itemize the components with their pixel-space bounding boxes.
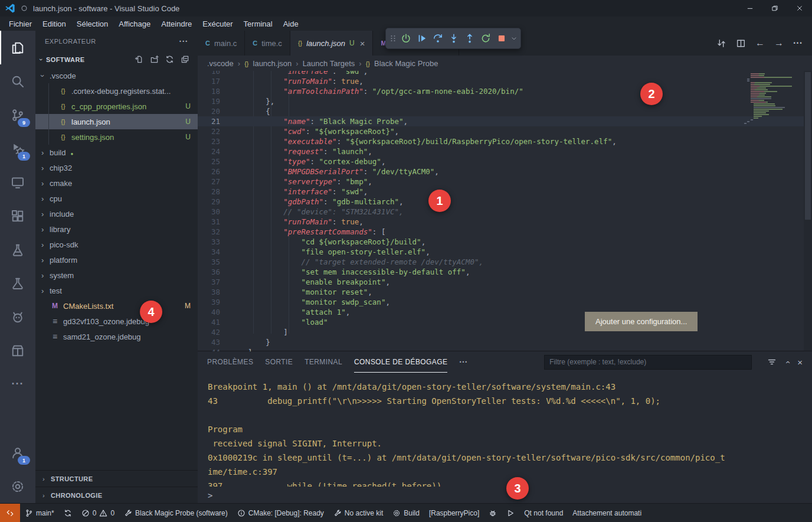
add-configuration-button[interactable]: Ajouter une configuration... [585,312,698,331]
close-button[interactable] [787,0,812,17]
tree-item-gd32vf103-ozone-jdebug[interactable]: gd32vf103_ozone.jdebug [35,314,198,329]
go-back-icon[interactable] [755,38,765,48]
minimize-button[interactable] [738,0,762,17]
activity-explorer[interactable] [0,31,35,64]
stop-button[interactable] [494,31,509,46]
tree-item-chip32[interactable]: chip32 [35,160,198,175]
code-line-21[interactable]: 21 "name": "Black Magic Probe", [198,116,804,126]
code-line-44[interactable]: 44 ] [198,347,804,351]
cmake-status-item[interactable]: CMake: [Debug]: Ready [233,504,329,522]
debug-button-item[interactable] [484,504,502,522]
activity-package[interactable] [0,334,35,367]
tab-main-c[interactable]: main.c [198,31,245,56]
cmake-variant-item[interactable]: [RaspberryPico] [424,504,484,522]
menu-affichage[interactable]: Affichage [113,19,156,28]
filter-icon[interactable] [767,357,777,367]
section-chronologie[interactable]: CHRONOLOGIE [35,487,198,503]
activity-account[interactable]: 1 [0,436,35,469]
split-editor-icon[interactable] [736,38,746,48]
code-line-31[interactable]: 31 "runToMain": true, [198,217,804,227]
compare-icon[interactable] [716,38,726,48]
new-folder-icon[interactable] [150,55,159,64]
tree-item-include[interactable]: include [35,206,198,221]
code-line-24[interactable]: 24 "request": "launch", [198,146,804,156]
tab-time-c[interactable]: time.c [245,31,290,56]
code-line-26[interactable]: 26 "BMPGDBSerialPort": "/dev/ttyACM0", [198,167,804,177]
qt-status-item[interactable]: Qt not found [519,504,568,522]
tree-item-vscode[interactable]: .vscode [35,68,198,83]
debug-target-item[interactable]: Black Magic Probe (software) [119,504,233,522]
code-line-17[interactable]: 17 "runToMain": true, [198,76,804,86]
code-line-35[interactable]: 35 // "target extended-remote /dev/ttyAC… [198,257,804,267]
collapse-all-icon[interactable] [181,55,189,64]
activity-more[interactable] [0,367,35,401]
remote-indicator[interactable] [0,504,20,522]
tree-item-library[interactable]: library [35,221,198,237]
code-line-20[interactable]: 20 { [198,106,804,116]
tree-item-build[interactable]: build [35,145,198,160]
code-line-19[interactable]: 19 }, [198,96,804,106]
panel-tab-console-de-d-bogage[interactable]: CONSOLE DE DÉBOGAGE [354,351,447,373]
code-line-28[interactable]: 28 "interface": "swd", [198,187,804,197]
explorer-section-header[interactable]: SOFTWARE [35,52,198,67]
tree-item-system[interactable]: system [35,267,198,283]
restart-button[interactable] [478,31,493,46]
menu-edition[interactable]: Edition [37,19,71,28]
panel-tab-sortie[interactable]: SORTIE [265,351,293,373]
panel-tab-probl-mes[interactable]: PROBLÈMES [207,351,253,373]
panel-tab-terminal[interactable]: TERMINAL [304,351,342,373]
tree-item-platform[interactable]: platform [35,252,198,267]
menu-s-lection[interactable]: Sélection [71,19,113,28]
activity-flask[interactable] [0,266,35,300]
activity-remote-explorer[interactable] [0,165,35,199]
activity-settings[interactable] [0,469,35,503]
tree-item-settings-json[interactable]: settings.jsonU [35,129,198,145]
activity-run-debug[interactable]: 1 [0,132,35,165]
code-line-16[interactable]: 16 "interface": "swd", [198,71,804,76]
code-line-22[interactable]: 22 "cwd": "${workspaceRoot}", [198,126,804,136]
section-structure[interactable]: STRUCTURE [35,470,198,487]
minimap[interactable] [741,73,803,125]
code-line-32[interactable]: 32 "preRestartCommands": [ [198,227,804,237]
activity-source-control[interactable]: 9 [0,98,35,132]
explorer-more-icon[interactable] [179,37,189,46]
activity-testing[interactable] [0,233,35,266]
panel-more-icon[interactable] [459,357,467,367]
tree-item-cmakelists-txt[interactable]: CMakeLists.txtM [35,298,198,314]
code-line-29[interactable]: 29 "gdbPath": "gdb-multiarch", [198,197,804,207]
activity-search[interactable] [0,64,35,98]
debug-console[interactable]: Breakpoint 1, main () at /mnt/data/git/o… [198,375,804,487]
go-forward-icon[interactable] [774,38,784,48]
tab-launch-json[interactable]: launch.jsonU [290,31,374,56]
activity-platformio[interactable] [0,300,35,334]
cmake-kit-item[interactable]: No active kit [329,504,388,522]
tab-close-icon[interactable] [360,38,365,48]
activity-extensions[interactable] [0,199,35,233]
code-line-39[interactable]: 39 "monitor swdp_scan", [198,297,804,307]
breadcrumb-item-black-magic-probe[interactable]: Black Magic Probe [374,59,438,68]
menu-terminal[interactable]: Terminal [238,19,278,28]
breadcrumb-item-launch-json[interactable]: launch.json [253,59,292,68]
code-line-40[interactable]: 40 "attach 1", [198,307,804,317]
panel-maximize-icon[interactable] [782,361,792,364]
code-line-36[interactable]: 36 "set mem inaccessible-by-default off"… [198,267,804,277]
step-out-button[interactable] [462,31,477,46]
tree-item-c-cpp-properties-json[interactable]: c_cpp_properties.jsonU [35,99,198,114]
cmake-build-item[interactable]: Build [388,504,424,522]
debug-console-prompt[interactable]: > [208,491,212,500]
tree-item-launch-json[interactable]: launch.jsonU [35,114,198,129]
more-button[interactable] [510,31,518,46]
code-line-25[interactable]: 25 "type": "cortex-debug", [198,156,804,167]
tree-item-samd21-ozone-jdebug[interactable]: samd21_ozone.jdebug [35,329,198,344]
code-line-18[interactable]: 18 "armToolchainPath": "/opt/gcc-arm-non… [198,86,804,96]
tree-item-cortex-debug-registers-stat[interactable]: .cortex-debug.registers.stat... [35,83,198,99]
code-line-27[interactable]: 27 "servertype": "bmp", [198,177,804,187]
code-line-30[interactable]: 30 // "device": "STM32L431VC", [198,207,804,217]
menu-ex-cuter[interactable]: Exécuter [197,19,238,28]
editor-more-icon[interactable] [793,38,803,48]
restore-button[interactable] [762,0,787,17]
editor-scrollbar[interactable] [804,71,812,351]
code-line-38[interactable]: 38 "monitor reset", [198,287,804,297]
auto-attach-item[interactable]: Attachement automati [568,504,646,522]
code-line-43[interactable]: 43 } [198,337,804,347]
